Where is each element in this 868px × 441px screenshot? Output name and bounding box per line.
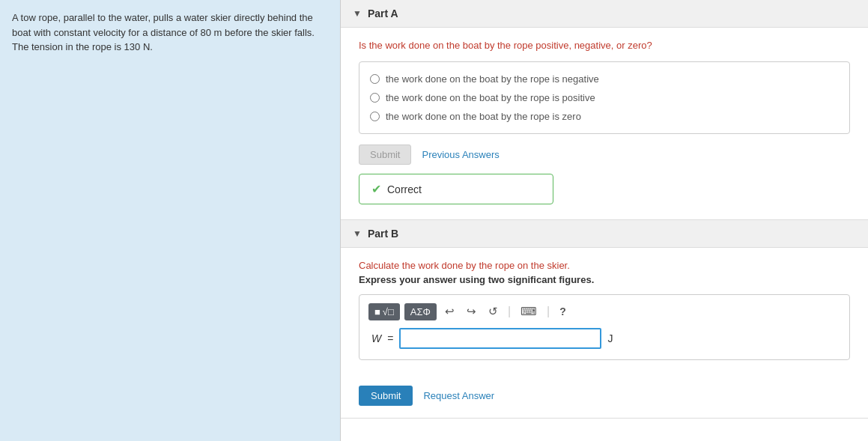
part-b-calc-text: Calculate the work done by the rope on t… [359, 260, 850, 271]
undo-button[interactable]: ↩ [441, 302, 458, 320]
option-3: the work done on the boat by the rope is… [370, 107, 839, 126]
option-3-label[interactable]: the work done on the boat by the rope is… [386, 111, 581, 122]
options-box: the work done on the boat by the rope is… [359, 61, 850, 134]
part-a-body: Is the work done on the boat by the rope… [341, 28, 868, 219]
correct-label: Correct [387, 183, 422, 195]
part-b-body: Calculate the work done by the rope on t… [341, 248, 868, 386]
option-1: the work done on the boat by the rope is… [370, 70, 839, 88]
part-a-header[interactable]: ▼ Part A [341, 0, 868, 28]
w-label: W [371, 332, 381, 344]
chevron-down-icon-b: ▼ [353, 228, 362, 239]
part-b-submit-row: Submit Request Answer [341, 386, 868, 418]
part-b-header[interactable]: ▼ Part B [341, 220, 868, 248]
help-button[interactable]: ? [556, 303, 570, 320]
refresh-button[interactable]: ↺ [485, 302, 502, 320]
part-b-submit-button[interactable]: Submit [359, 386, 413, 406]
sqrt-icon: ■ [374, 306, 380, 317]
toolbar-separator: | [506, 305, 512, 318]
problem-description-panel: A tow rope, parallel to the water, pulls… [0, 0, 341, 441]
right-panel: ▼ Part A Is the work done on the boat by… [341, 0, 868, 441]
previous-answers-link[interactable]: Previous Answers [422, 149, 499, 160]
w-input[interactable] [399, 328, 601, 349]
correct-badge: ✔ Correct [359, 174, 553, 204]
toolbar-separator-2: | [545, 305, 551, 318]
part-b-title: Part B [368, 228, 398, 240]
problem-text: A tow rope, parallel to the water, pulls… [12, 10, 328, 55]
option-2: the work done on the boat by the rope is… [370, 88, 839, 107]
option-2-label[interactable]: the work done on the boat by the rope is… [386, 92, 595, 103]
request-answer-link[interactable]: Request Answer [423, 390, 494, 401]
equals-sign: = [387, 332, 393, 344]
part-a-submit-button[interactable]: Submit [359, 145, 411, 165]
radio-negative[interactable] [370, 74, 380, 84]
radio-zero[interactable] [370, 112, 380, 121]
part-b-section: ▼ Part B Calculate the work done by the … [341, 220, 868, 419]
w-input-row: W = J [368, 328, 840, 349]
part-a-submit-row: Submit Previous Answers [359, 145, 850, 165]
unit-label: J [607, 332, 613, 344]
part-a-section: ▼ Part A Is the work done on the boat by… [341, 0, 868, 220]
toolbar-row: ■ √□ ΑΣΦ ↩ ↪ ↺ | ⌨ | ? [368, 302, 840, 320]
math-input-box: ■ √□ ΑΣΦ ↩ ↪ ↺ | ⌨ | ? W = [359, 294, 850, 360]
sqrt-button[interactable]: ■ √□ [368, 303, 400, 320]
chevron-down-icon: ▼ [353, 8, 362, 19]
checkmark-icon: ✔ [371, 182, 381, 196]
keyboard-button[interactable]: ⌨ [517, 302, 541, 320]
option-1-label[interactable]: the work done on the boat by the rope is… [386, 73, 599, 85]
part-b-express-text: Express your answer using two significan… [359, 274, 850, 285]
symbols-button[interactable]: ΑΣΦ [404, 303, 437, 320]
part-a-title: Part A [368, 7, 398, 19]
redo-button[interactable]: ↪ [463, 302, 480, 320]
part-a-question: Is the work done on the boat by the rope… [359, 40, 850, 51]
radio-positive[interactable] [370, 93, 380, 103]
